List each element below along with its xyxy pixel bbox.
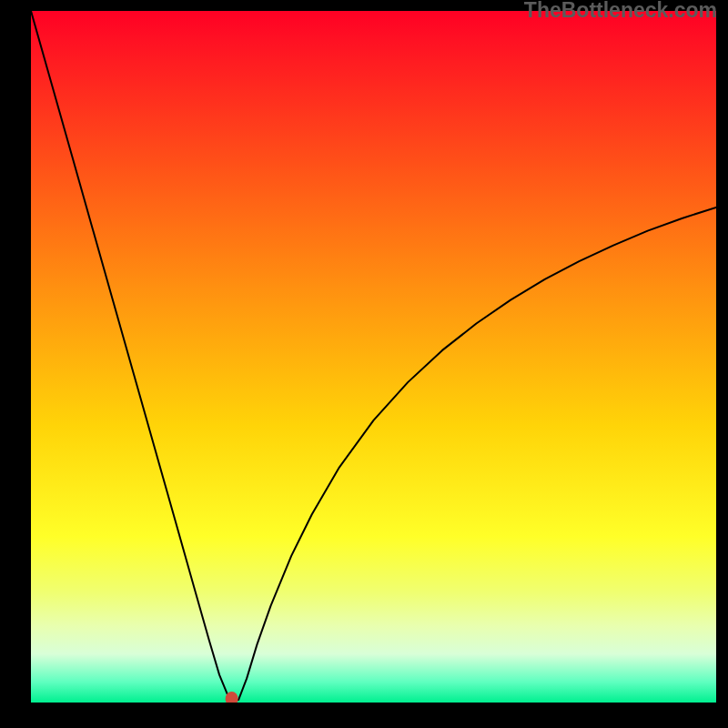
watermark-text: TheBottleneck.com xyxy=(524,0,717,21)
plot-area xyxy=(31,11,716,703)
bottleneck-curve xyxy=(31,11,716,701)
chart-frame: TheBottleneck.com xyxy=(0,0,728,728)
curve-layer xyxy=(31,11,716,703)
